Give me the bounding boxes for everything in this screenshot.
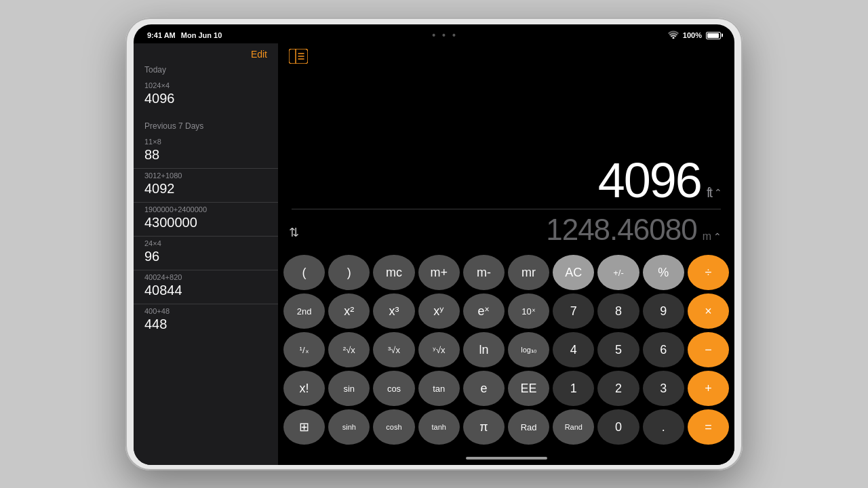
six-key[interactable]: 6: [643, 332, 684, 367]
cube-root-key[interactable]: ³√x: [373, 332, 414, 367]
calc-display: 4096 ft ⌃ ⇅ 1248.46080 m ⌃: [278, 69, 734, 252]
five-key[interactable]: 5: [597, 332, 639, 367]
add-key[interactable]: +: [688, 371, 729, 406]
equals-key[interactable]: =: [688, 409, 729, 445]
reciprocal-key[interactable]: ¹/ₓ: [283, 332, 325, 367]
subtract-key[interactable]: −: [688, 332, 729, 367]
factorial-key[interactable]: x!: [283, 371, 325, 406]
primary-value: 4096: [598, 156, 701, 205]
percent-key[interactable]: %: [643, 255, 684, 290]
primary-display: 4096 ft ⌃: [292, 156, 721, 205]
history-result-5: 40844: [144, 283, 267, 298]
plus-minus-key[interactable]: +/-: [597, 255, 639, 290]
ee-key[interactable]: EE: [508, 371, 549, 406]
section-previous: Previous 7 Days 11×8 88 3012+1080 4092 1…: [134, 119, 278, 338]
second-key[interactable]: 2nd: [283, 293, 325, 329]
two-key[interactable]: 2: [597, 371, 639, 406]
history-item-5[interactable]: 40024+820 40844: [134, 270, 278, 304]
history-item-6[interactable]: 400+48 448: [134, 304, 278, 338]
history-result-4: 96: [144, 249, 267, 264]
tanh-key[interactable]: tanh: [418, 409, 460, 445]
calc-toolbar: [278, 43, 734, 69]
primary-unit[interactable]: ft ⌃: [707, 186, 721, 199]
section-previous-title: Previous 7 Days: [134, 119, 278, 135]
cos-key[interactable]: cos: [373, 371, 414, 406]
keypad: ()mcm+m-mrAC+/-%÷2ndx²x³xʸeˣ10ˣ789×¹/ₓ²√…: [278, 252, 734, 451]
battery-label: 100%: [683, 31, 702, 39]
x-squared-key[interactable]: x²: [328, 293, 370, 329]
convert-key[interactable]: ⊞: [283, 409, 325, 445]
history-expression-2: 3012+1080: [144, 171, 267, 180]
square-root-key[interactable]: ²√x: [328, 332, 370, 367]
main-content: Edit Today 1024×4 4096 Previous 7 Days 1…: [134, 43, 734, 465]
status-left: 9:41 AM Mon Jun 10: [147, 31, 222, 39]
ipad-screen: 9:41 AM Mon Jun 10 • • • 100%: [134, 24, 734, 465]
clear-key[interactable]: AC: [553, 255, 594, 290]
history-expression-1: 11×8: [144, 138, 267, 146]
decimal-key[interactable]: .: [643, 409, 684, 445]
mc-key[interactable]: mc: [373, 255, 414, 290]
x-to-y-key[interactable]: xʸ: [418, 293, 460, 329]
calculator: 4096 ft ⌃ ⇅ 1248.46080 m ⌃: [278, 43, 734, 465]
e-to-x-key[interactable]: eˣ: [463, 293, 505, 329]
m-plus-key[interactable]: m+: [418, 255, 460, 290]
secondary-unit[interactable]: m ⌃: [703, 230, 721, 243]
mr-key[interactable]: mr: [508, 255, 549, 290]
tan-key[interactable]: tan: [418, 371, 460, 406]
ipad-frame: 9:41 AM Mon Jun 10 • • • 100%: [125, 18, 743, 470]
close-paren-key[interactable]: ): [328, 255, 370, 290]
status-right: 100%: [668, 30, 721, 41]
multiply-key[interactable]: ×: [688, 293, 729, 329]
m-minus-key[interactable]: m-: [463, 255, 505, 290]
secondary-value: 1248.46080: [546, 213, 696, 247]
history-expression-5: 40024+820: [144, 273, 267, 281]
ten-to-x-key[interactable]: 10ˣ: [508, 293, 549, 329]
sin-key[interactable]: sin: [328, 371, 370, 406]
section-today: Today 1024×4 4096: [134, 62, 278, 112]
y-root-key[interactable]: ʸ√x: [418, 332, 460, 367]
divider-line: [292, 209, 721, 209]
history-item-1[interactable]: 11×8 88: [134, 135, 278, 169]
home-indicator: [278, 451, 734, 465]
wifi-icon: [668, 30, 679, 41]
time: 9:41 AM: [147, 31, 176, 39]
status-bar: 9:41 AM Mon Jun 10 • • • 100%: [134, 24, 734, 43]
edit-button[interactable]: Edit: [251, 49, 267, 60]
three-key[interactable]: 3: [643, 371, 684, 406]
primary-unit-chevron: ⌃: [714, 188, 721, 197]
history-expression-4: 24×4: [144, 239, 267, 247]
sidebar-header: Edit: [134, 43, 278, 62]
open-paren-key[interactable]: (: [283, 255, 325, 290]
pi-key[interactable]: π: [463, 409, 505, 445]
battery-icon: [706, 32, 721, 39]
history-item-4[interactable]: 24×4 96: [134, 237, 278, 270]
sidebar-toggle-button[interactable]: [289, 49, 308, 64]
secondary-unit-chevron: ⌃: [713, 231, 721, 242]
history-result-6: 448: [144, 317, 267, 332]
history-item-3[interactable]: 1900000+2400000 4300000: [134, 203, 278, 237]
ln-key[interactable]: ln: [463, 332, 505, 367]
sinh-key[interactable]: sinh: [328, 409, 370, 445]
history-item-0[interactable]: 1024×4 4096: [134, 79, 278, 112]
x-cubed-key[interactable]: x³: [373, 293, 414, 329]
history-expression-3: 1900000+2400000: [144, 205, 267, 214]
three-dots: • • •: [432, 30, 457, 41]
log10-key[interactable]: log₁₀: [508, 332, 549, 367]
euler-key[interactable]: e: [463, 371, 505, 406]
one-key[interactable]: 1: [553, 371, 594, 406]
nine-key[interactable]: 9: [643, 293, 684, 329]
convert-toggle-icon[interactable]: ⇅: [289, 225, 298, 240]
cosh-key[interactable]: cosh: [373, 409, 414, 445]
rad-key[interactable]: Rad: [508, 409, 549, 445]
history-result-3: 4300000: [144, 215, 267, 230]
rand-key[interactable]: Rand: [553, 409, 594, 445]
eight-key[interactable]: 8: [597, 293, 639, 329]
seven-key[interactable]: 7: [553, 293, 594, 329]
history-result-1: 88: [144, 147, 267, 163]
zero-key[interactable]: 0: [597, 409, 639, 445]
history-expression-6: 400+48: [144, 307, 267, 315]
section-today-title: Today: [134, 62, 278, 79]
history-item-2[interactable]: 3012+1080 4092: [134, 169, 278, 203]
divide-key[interactable]: ÷: [688, 255, 729, 290]
four-key[interactable]: 4: [553, 332, 594, 367]
